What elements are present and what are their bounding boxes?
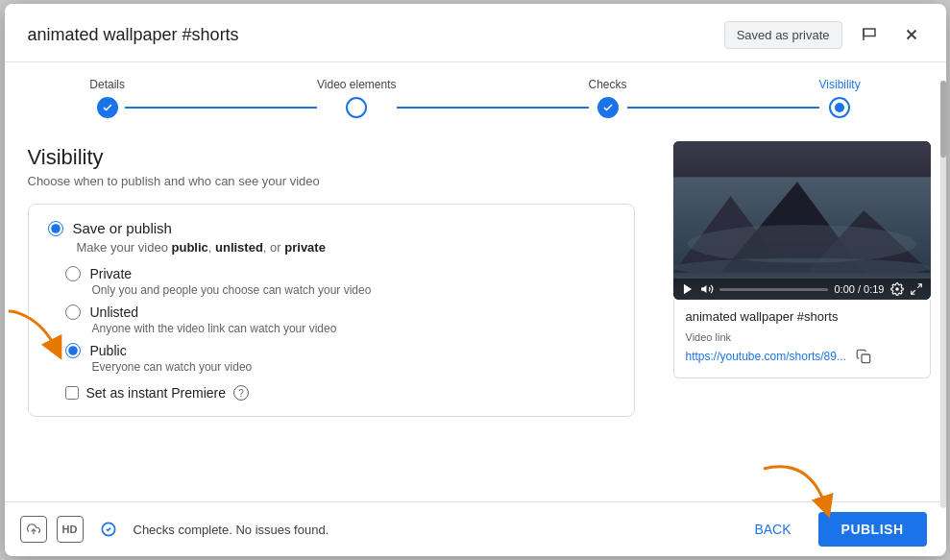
close-button[interactable] [896,19,927,50]
public-radio[interactable] [65,343,81,358]
step-line-1 [125,107,317,109]
dialog-header: animated wallpaper #shorts Saved as priv… [5,4,946,62]
step-video-elements-label: Video elements [317,78,397,91]
copy-link-button[interactable] [852,345,875,368]
header-right: Saved as private [724,19,927,50]
save-publish-label[interactable]: Save or publish [73,220,172,236]
fullscreen-button[interactable] [910,282,923,296]
step-details-circle [97,97,118,118]
public-option: Public Everyone can watch your video [65,343,615,374]
play-button[interactable] [681,282,694,296]
step-details-label: Details [89,78,125,91]
flag-button[interactable] [854,19,885,50]
video-link-label: Video link [686,331,918,343]
scrollbar[interactable] [940,81,946,508]
private-desc: Only you and people you choose can watch… [92,283,615,297]
save-publish-row: Save or publish [48,220,615,236]
back-button[interactable]: BACK [743,514,802,545]
svg-line-11 [917,284,921,288]
video-preview: 0:00 / 0:19 [673,141,931,300]
footer-right: BACK PUBLISH [743,512,926,547]
step-visibility: Visibility [819,78,861,118]
step-line-3 [627,107,819,109]
checks-icon [93,514,124,545]
bold-private: private [284,240,326,255]
dialog-title: animated wallpaper #shorts [28,25,239,45]
volume-button[interactable] [700,282,714,296]
unlisted-radio[interactable] [65,304,81,320]
step-line-2 [397,107,589,109]
progress-bar[interactable] [719,288,829,291]
time-display: 0:00 / 0:19 [834,283,884,295]
hd-badge: HD [57,516,84,543]
step-video-elements-circle [346,97,367,118]
step-checks: Checks [589,78,627,118]
private-radio[interactable] [65,266,81,281]
step-visibility-circle [829,97,850,118]
svg-line-12 [911,290,914,294]
svg-rect-13 [862,354,870,363]
scrollbar-thumb [940,81,946,158]
video-thumbnail [673,141,931,300]
left-panel: Visibility Choose when to publish and wh… [5,126,658,501]
save-publish-desc: Make your video public, unlisted, or pri… [77,240,615,255]
step-video-elements: Video elements [317,78,397,118]
premiere-row: Set as instant Premiere ? [65,385,615,401]
svg-marker-9 [683,284,691,295]
footer-left: HD Checks complete. No issues found. [20,514,329,545]
checks-text: Checks complete. No issues found. [134,523,329,537]
right-panel: 0:00 / 0:19 animated wallpaper #shorts V… [658,126,946,501]
public-label: Public [90,343,127,358]
settings-button[interactable] [890,282,904,296]
step-checks-label: Checks [589,78,627,91]
unlisted-option: Unlisted Anyone with the video link can … [65,304,615,335]
step-details: Details [89,78,125,118]
stepper: Details Video elements Checks Visibility [5,62,946,126]
private-label: Private [90,266,133,281]
publish-button[interactable]: PUBLISH [818,512,927,547]
svg-point-10 [895,287,899,291]
video-controls: 0:00 / 0:19 [673,279,931,300]
save-publish-radio[interactable] [48,221,63,236]
video-title: animated wallpaper #shorts [686,309,918,324]
unlisted-desc: Anyone with the video link can watch you… [92,322,615,335]
premiere-help-icon[interactable]: ? [233,385,249,401]
video-info: animated wallpaper #shorts Video link ht… [673,300,931,378]
unlisted-label: Unlisted [90,304,139,320]
dialog-footer: HD Checks complete. No issues found. BAC… [5,501,946,556]
upload-button[interactable] [20,516,47,543]
bold-unlisted: unlisted [215,240,263,255]
public-desc: Everyone can watch your video [92,360,615,374]
saved-badge: Saved as private [724,21,842,49]
premiere-label[interactable]: Set as instant Premiere [86,385,227,401]
step-visibility-label: Visibility [819,78,861,91]
video-link-row: https://youtube.com/shorts/89... [686,345,918,368]
visibility-title: Visibility [28,145,635,170]
step-checks-circle [597,97,619,118]
video-link[interactable]: https://youtube.com/shorts/89... [686,350,846,363]
upload-dialog: animated wallpaper #shorts Saved as priv… [5,4,946,556]
visibility-box: Save or publish Make your video public, … [28,204,635,417]
visibility-subtitle: Choose when to publish and who can see y… [28,174,635,188]
premiere-checkbox[interactable] [65,386,79,400]
bold-public: public [172,240,208,255]
svg-point-8 [687,225,915,263]
private-option: Private Only you and people you choose c… [65,266,615,297]
dialog-body: Visibility Choose when to publish and wh… [5,126,946,501]
